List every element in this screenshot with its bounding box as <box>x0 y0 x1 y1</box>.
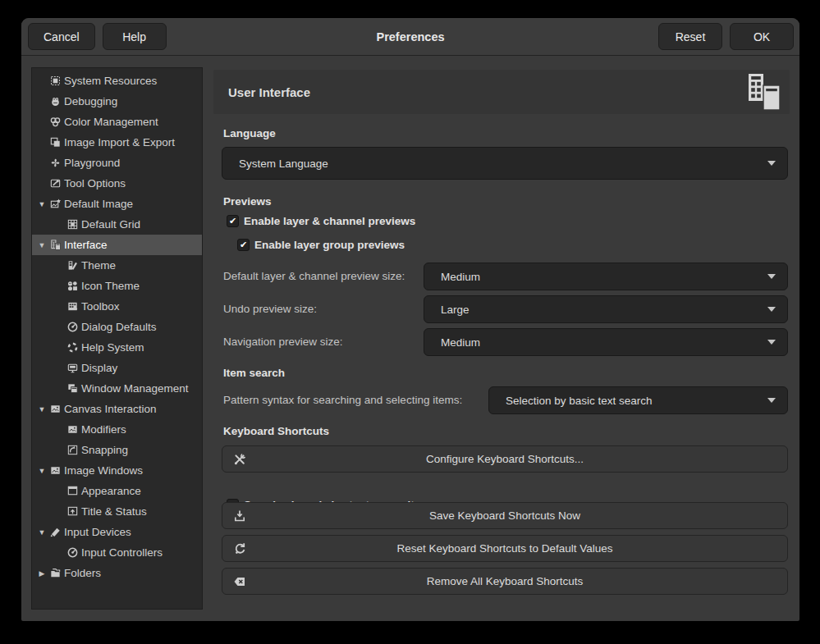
item-search-section-label: Item search <box>223 367 285 379</box>
chevron-down-icon <box>767 340 776 345</box>
remove-all-keyboard-shortcuts-button[interactable]: Remove All Keyboard Shortcuts <box>222 568 788 595</box>
user-interface-icon <box>743 73 784 111</box>
language-value: System Language <box>239 158 767 170</box>
save-icon <box>233 509 246 523</box>
default-preview-size-value: Medium <box>441 271 767 283</box>
help-button[interactable]: Help <box>103 23 167 50</box>
titlebar-left-buttons: Cancel Help <box>28 23 167 50</box>
language-dropdown[interactable]: System Language <box>222 147 788 180</box>
ok-button[interactable]: OK <box>730 23 794 50</box>
chevron-down-icon <box>767 307 776 312</box>
keyboard-shortcuts-section-label: Keyboard Shortcuts <box>223 425 329 437</box>
default-preview-size-dropdown[interactable]: Medium <box>424 263 788 290</box>
titlebar-right-buttons: Reset OK <box>658 23 794 50</box>
reset-keyboard-shortcuts-button[interactable]: Reset Keyboard Shortcuts to Default Valu… <box>222 535 788 562</box>
default-preview-size-label: Default layer & channel preview size: <box>223 270 405 282</box>
pattern-syntax-dropdown[interactable]: Selection by basic text search <box>488 386 788 414</box>
undo-preview-size-label: Undo preview size: <box>223 303 317 315</box>
reset-keyboard-shortcuts-label: Reset Keyboard Shortcuts to Default Valu… <box>396 542 612 555</box>
chevron-down-icon <box>767 398 776 403</box>
save-keyboard-shortcuts-now-button[interactable]: Save Keyboard Shortcuts Now <box>222 502 788 529</box>
chevron-down-icon <box>767 161 776 166</box>
enable-layer-group-previews-checkbox[interactable]: ✔ <box>237 239 250 251</box>
tools-icon <box>233 453 246 466</box>
enable-layer-channel-previews-checkbox[interactable]: ✔ <box>227 215 239 227</box>
configure-keyboard-shortcuts-button[interactable]: Configure Keyboard Shortcuts... <box>222 445 788 473</box>
reset-button[interactable]: Reset <box>658 23 722 50</box>
navigation-preview-size-value: Medium <box>441 336 767 349</box>
undo-preview-size-dropdown[interactable]: Large <box>424 295 788 323</box>
enable-layer-group-previews-label[interactable]: Enable layer group previews <box>254 239 405 251</box>
settings-panel: User Interface Language System Language … <box>21 18 799 621</box>
page-title: User Interface <box>228 85 310 99</box>
navigation-preview-size-dropdown[interactable]: Medium <box>424 328 788 356</box>
chevron-down-icon <box>767 274 776 279</box>
save-keyboard-shortcuts-now-label: Save Keyboard Shortcuts Now <box>429 509 580 522</box>
remove-all-keyboard-shortcuts-label: Remove All Keyboard Shortcuts <box>427 575 584 587</box>
backspace-icon <box>233 575 246 588</box>
previews-section-label: Previews <box>223 195 272 208</box>
pattern-syntax-value: Selection by basic text search <box>506 395 767 407</box>
navigation-preview-size-label: Navigation preview size: <box>223 336 343 348</box>
reset-icon <box>233 542 246 555</box>
configure-keyboard-shortcuts-label: Configure Keyboard Shortcuts... <box>426 453 584 465</box>
enable-layer-channel-previews-label[interactable]: Enable layer & channel previews <box>244 215 415 227</box>
preferences-dialog: Cancel Help Preferences Reset OK System … <box>21 18 799 621</box>
cancel-button[interactable]: Cancel <box>28 23 95 50</box>
pattern-syntax-label: Pattern syntax for searching and selecti… <box>223 394 462 406</box>
page-header: User Interface <box>213 70 790 114</box>
undo-preview-size-value: Large <box>441 304 767 316</box>
language-label: Language <box>223 127 276 139</box>
